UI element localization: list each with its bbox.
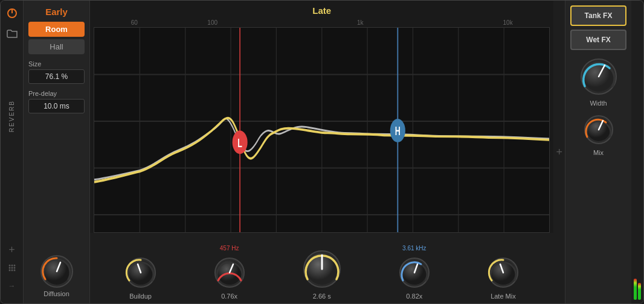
right-plus-icon[interactable]: + [556, 146, 562, 159]
low-x-knob[interactable] [213, 256, 246, 289]
mix-knob[interactable] [583, 114, 614, 145]
meter-left [634, 279, 637, 300]
low-x-label: 0.76x [221, 293, 237, 300]
folder-button[interactable] [5, 27, 19, 40]
freq-60: 60 [131, 19, 138, 26]
high-x-knob[interactable] [398, 256, 431, 289]
svg-point-2 [8, 265, 10, 267]
power-button[interactable] [5, 7, 19, 20]
width-group: Width [570, 57, 626, 107]
high-x-group: 3.61 kHz 0.82x [398, 245, 431, 300]
meter-container [631, 1, 643, 303]
diffusion-label: Diffusion [43, 290, 69, 297]
main-area: Late 60 100 1k 10k [90, 1, 553, 303]
late-title: Late [90, 1, 553, 18]
room-button[interactable]: Room [28, 22, 85, 37]
predelay-value[interactable]: 10.0 ms [28, 99, 85, 113]
meter-right [638, 283, 641, 300]
freq-1k: 1k [357, 19, 364, 26]
buildup-label: Buildup [129, 293, 152, 300]
buildup-group: Buildup [124, 245, 157, 300]
svg-text:H: H [395, 124, 401, 137]
freq-100: 100 [207, 19, 217, 26]
sidebar-bottom: + → [5, 244, 19, 297]
buildup-knob[interactable] [124, 256, 157, 289]
freq-labels: 60 100 1k 10k [90, 18, 553, 27]
predelay-label: Pre-delay [28, 90, 85, 97]
svg-point-9 [11, 270, 13, 271]
decay-knob[interactable] [302, 249, 342, 289]
late-mix-knob[interactable] [487, 256, 520, 289]
eq-display[interactable]: L H [94, 27, 550, 233]
late-mix-group: Late Mix [487, 245, 520, 300]
svg-point-3 [11, 265, 13, 267]
decay-label: 2.66 s [313, 293, 331, 300]
low-x-group: 457 Hz 0.76x [213, 245, 246, 300]
right-panel: Tank FX Wet FX Width [565, 1, 631, 303]
width-label: Width [590, 100, 607, 107]
late-mix-label: Late Mix [491, 293, 516, 300]
left-plus-icon[interactable]: + [8, 244, 15, 256]
high-x-label: 0.82x [406, 293, 422, 300]
arrow-icon[interactable]: → [5, 279, 19, 293]
svg-point-4 [13, 265, 15, 267]
early-panel: Early Room Hall Size 76.1 % Pre-delay 10… [24, 1, 90, 303]
wet-fx-button[interactable]: Wet FX [570, 30, 626, 50]
knobs-row: Buildup 457 Hz [90, 233, 553, 303]
svg-point-6 [11, 267, 13, 269]
size-value[interactable]: 76.1 % [28, 69, 85, 84]
diffusion-knob[interactable] [39, 254, 74, 289]
left-sidebar: REVERB + → [1, 1, 24, 303]
dots-icon[interactable] [5, 261, 19, 274]
width-knob[interactable] [579, 57, 618, 96]
svg-text:L: L [237, 136, 242, 149]
svg-point-10 [13, 270, 15, 271]
mix-group: Mix [570, 114, 626, 156]
eq-svg: L H [94, 28, 549, 232]
size-label: Size [28, 60, 85, 68]
early-title: Early [28, 7, 85, 17]
svg-point-5 [8, 267, 10, 269]
decay-group: 2.66 s [302, 238, 342, 300]
right-plus-container: + [553, 1, 565, 303]
output-meters [634, 270, 641, 300]
tank-fx-button[interactable]: Tank FX [570, 5, 626, 26]
svg-point-7 [13, 267, 15, 269]
mix-label: Mix [593, 149, 604, 156]
high-freq-label: 3.61 kHz [402, 245, 426, 253]
freq-10k: 10k [503, 19, 513, 26]
hall-button[interactable]: Hall [28, 39, 85, 54]
low-freq-label: 457 Hz [220, 245, 239, 253]
diffusion-section: Diffusion [28, 254, 85, 297]
plugin-container: REVERB + → Early Room Hal [0, 0, 644, 304]
svg-point-8 [8, 270, 10, 271]
plugin-label: REVERB [8, 100, 15, 132]
